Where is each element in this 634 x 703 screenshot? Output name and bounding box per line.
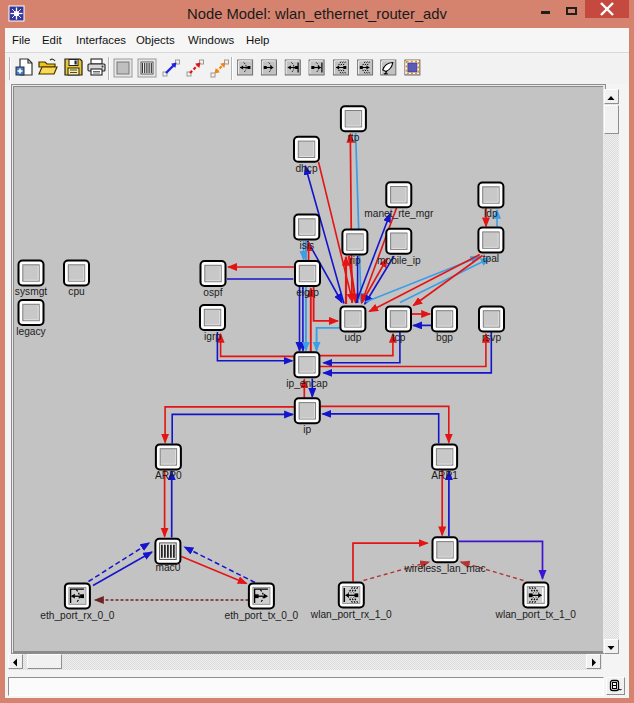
svg-text:eigrp: eigrp — [296, 287, 319, 298]
svg-text:rtp: rtp — [347, 132, 359, 143]
svg-text:tpal: tpal — [483, 253, 499, 264]
svg-text:dhcp: dhcp — [295, 163, 317, 174]
svg-text:ip_encap: ip_encap — [286, 378, 328, 389]
svg-text:rip: rip — [349, 255, 361, 266]
svg-text:igrp: igrp — [204, 331, 221, 342]
svg-text:tcp: tcp — [392, 332, 406, 343]
svg-text:wlan_port_rx_1_0: wlan_port_rx_1_0 — [310, 609, 392, 620]
svg-text:sysmgt: sysmgt — [15, 286, 47, 297]
svg-text:mac0: mac0 — [155, 562, 180, 573]
svg-text:ospf: ospf — [203, 287, 222, 298]
svg-text:ARP0: ARP0 — [155, 470, 182, 481]
svg-text:bgp: bgp — [436, 332, 453, 343]
svg-text:mobile_ip: mobile_ip — [377, 255, 421, 266]
svg-text:eth_port_rx_0_0: eth_port_rx_0_0 — [40, 610, 115, 621]
svg-text:wireless_lan_mac: wireless_lan_mac — [404, 563, 486, 574]
svg-text:manet_rte_mgr: manet_rte_mgr — [364, 208, 434, 219]
svg-text:legacy: legacy — [16, 326, 46, 337]
svg-text:udp: udp — [344, 332, 361, 343]
svg-text:wlan_port_tx_1_0: wlan_port_tx_1_0 — [495, 609, 577, 620]
svg-text:rsvp: rsvp — [482, 332, 502, 343]
svg-text:ip: ip — [303, 424, 311, 435]
svg-text:eth_port_tx_0_0: eth_port_tx_0_0 — [225, 610, 299, 621]
svg-text:ARP1: ARP1 — [431, 470, 458, 481]
svg-text:isis: isis — [299, 240, 314, 251]
svg-text:cpu: cpu — [68, 286, 84, 297]
svg-text:ldp: ldp — [484, 208, 498, 219]
